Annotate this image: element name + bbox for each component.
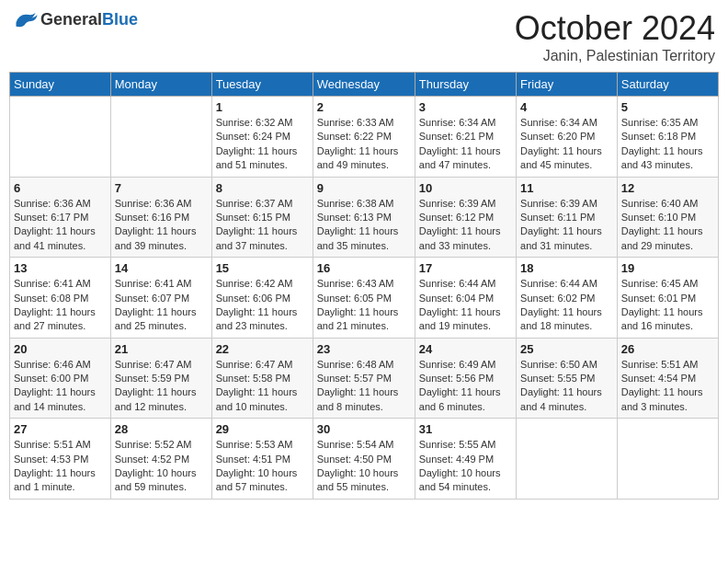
day-info: Sunrise: 6:39 AM Sunset: 6:11 PM Dayligh…	[520, 197, 613, 254]
day-number: 15	[216, 261, 309, 275]
day-info: Sunrise: 6:47 AM Sunset: 5:59 PM Dayligh…	[115, 358, 208, 415]
table-row: 4Sunrise: 6:34 AM Sunset: 6:20 PM Daylig…	[517, 97, 618, 178]
day-info: Sunrise: 6:48 AM Sunset: 5:57 PM Dayligh…	[317, 358, 411, 415]
table-row: 7Sunrise: 6:36 AM Sunset: 6:16 PM Daylig…	[110, 177, 211, 258]
table-row: 25Sunrise: 6:50 AM Sunset: 5:55 PM Dayli…	[517, 338, 618, 419]
table-row: 27Sunrise: 5:51 AM Sunset: 4:53 PM Dayli…	[10, 419, 111, 500]
day-info: Sunrise: 6:45 AM Sunset: 6:01 PM Dayligh…	[621, 277, 714, 334]
table-row: 1Sunrise: 6:32 AM Sunset: 6:24 PM Daylig…	[211, 97, 313, 178]
day-number: 4	[520, 100, 613, 114]
table-row	[10, 97, 111, 178]
location-title: Janin, Palestinian Territory	[515, 48, 715, 64]
table-row	[517, 419, 618, 500]
logo-general-text: General	[40, 10, 102, 29]
table-row: 31Sunrise: 5:55 AM Sunset: 4:49 PM Dayli…	[415, 419, 516, 500]
calendar-week-1: 1Sunrise: 6:32 AM Sunset: 6:24 PM Daylig…	[10, 97, 719, 178]
day-number: 19	[621, 261, 714, 275]
day-info: Sunrise: 6:34 AM Sunset: 6:21 PM Dayligh…	[419, 116, 512, 173]
day-number: 12	[621, 181, 714, 195]
day-info: Sunrise: 5:53 AM Sunset: 4:51 PM Dayligh…	[216, 438, 309, 495]
table-row: 29Sunrise: 5:53 AM Sunset: 4:51 PM Dayli…	[211, 419, 313, 500]
table-row: 14Sunrise: 6:41 AM Sunset: 6:07 PM Dayli…	[110, 258, 211, 339]
day-number: 13	[14, 261, 107, 275]
day-number: 14	[115, 261, 208, 275]
day-info: Sunrise: 6:42 AM Sunset: 6:06 PM Dayligh…	[216, 277, 309, 334]
calendar-table: SundayMondayTuesdayWednesdayThursdayFrid…	[9, 72, 719, 500]
day-number: 30	[317, 422, 411, 436]
day-number: 24	[419, 342, 512, 356]
day-header-saturday: Saturday	[617, 73, 718, 97]
table-row: 23Sunrise: 6:48 AM Sunset: 5:57 PM Dayli…	[313, 338, 415, 419]
logo: GeneralBlue	[13, 9, 138, 29]
day-number: 5	[621, 100, 714, 114]
logo-blue-text: Blue	[102, 10, 138, 29]
table-row	[617, 419, 718, 500]
table-row: 22Sunrise: 6:47 AM Sunset: 5:58 PM Dayli…	[211, 338, 313, 419]
day-info: Sunrise: 6:39 AM Sunset: 6:12 PM Dayligh…	[419, 197, 512, 254]
day-info: Sunrise: 6:37 AM Sunset: 6:15 PM Dayligh…	[216, 197, 309, 254]
calendar-body: 1Sunrise: 6:32 AM Sunset: 6:24 PM Daylig…	[10, 97, 719, 500]
day-number: 21	[115, 342, 208, 356]
calendar-week-2: 6Sunrise: 6:36 AM Sunset: 6:17 PM Daylig…	[10, 177, 719, 258]
day-header-thursday: Thursday	[415, 73, 516, 97]
logo-bird-icon	[13, 9, 39, 29]
day-number: 20	[14, 342, 107, 356]
day-number: 17	[419, 261, 512, 275]
table-row: 11Sunrise: 6:39 AM Sunset: 6:11 PM Dayli…	[517, 177, 618, 258]
day-info: Sunrise: 6:40 AM Sunset: 6:10 PM Dayligh…	[621, 197, 714, 254]
page-header: GeneralBlue October 2024 Janin, Palestin…	[9, 9, 719, 64]
day-info: Sunrise: 6:44 AM Sunset: 6:02 PM Dayligh…	[520, 277, 613, 334]
day-info: Sunrise: 6:34 AM Sunset: 6:20 PM Dayligh…	[520, 116, 613, 173]
title-area: October 2024 Janin, Palestinian Territor…	[515, 9, 715, 64]
day-number: 25	[520, 342, 613, 356]
day-info: Sunrise: 6:33 AM Sunset: 6:22 PM Dayligh…	[317, 116, 411, 173]
day-info: Sunrise: 6:47 AM Sunset: 5:58 PM Dayligh…	[216, 358, 309, 415]
day-number: 9	[317, 181, 411, 195]
table-row: 6Sunrise: 6:36 AM Sunset: 6:17 PM Daylig…	[10, 177, 111, 258]
day-number: 16	[317, 261, 411, 275]
day-number: 22	[216, 342, 309, 356]
day-number: 6	[14, 181, 107, 195]
day-info: Sunrise: 6:50 AM Sunset: 5:55 PM Dayligh…	[520, 358, 613, 415]
day-info: Sunrise: 6:43 AM Sunset: 6:05 PM Dayligh…	[317, 277, 411, 334]
day-number: 26	[621, 342, 714, 356]
day-number: 31	[419, 422, 512, 436]
day-header-tuesday: Tuesday	[211, 73, 313, 97]
table-row: 12Sunrise: 6:40 AM Sunset: 6:10 PM Dayli…	[617, 177, 718, 258]
table-row: 16Sunrise: 6:43 AM Sunset: 6:05 PM Dayli…	[313, 258, 415, 339]
table-row	[110, 97, 211, 178]
table-row: 26Sunrise: 5:51 AM Sunset: 4:54 PM Dayli…	[617, 338, 718, 419]
table-row: 5Sunrise: 6:35 AM Sunset: 6:18 PM Daylig…	[617, 97, 718, 178]
day-info: Sunrise: 6:36 AM Sunset: 6:17 PM Dayligh…	[14, 197, 107, 254]
table-row: 15Sunrise: 6:42 AM Sunset: 6:06 PM Dayli…	[211, 258, 313, 339]
day-info: Sunrise: 5:54 AM Sunset: 4:50 PM Dayligh…	[317, 438, 411, 495]
day-number: 11	[520, 181, 613, 195]
table-row: 24Sunrise: 6:49 AM Sunset: 5:56 PM Dayli…	[415, 338, 516, 419]
day-info: Sunrise: 6:41 AM Sunset: 6:08 PM Dayligh…	[14, 277, 107, 334]
day-header-friday: Friday	[517, 73, 618, 97]
day-header-sunday: Sunday	[10, 73, 111, 97]
table-row: 9Sunrise: 6:38 AM Sunset: 6:13 PM Daylig…	[313, 177, 415, 258]
table-row: 20Sunrise: 6:46 AM Sunset: 6:00 PM Dayli…	[10, 338, 111, 419]
day-number: 3	[419, 100, 512, 114]
table-row: 30Sunrise: 5:54 AM Sunset: 4:50 PM Dayli…	[313, 419, 415, 500]
table-row: 8Sunrise: 6:37 AM Sunset: 6:15 PM Daylig…	[211, 177, 313, 258]
day-number: 7	[115, 181, 208, 195]
day-info: Sunrise: 5:52 AM Sunset: 4:52 PM Dayligh…	[115, 438, 208, 495]
day-number: 18	[520, 261, 613, 275]
day-info: Sunrise: 6:41 AM Sunset: 6:07 PM Dayligh…	[115, 277, 208, 334]
day-info: Sunrise: 6:44 AM Sunset: 6:04 PM Dayligh…	[419, 277, 512, 334]
day-number: 29	[216, 422, 309, 436]
day-number: 27	[14, 422, 107, 436]
table-row: 21Sunrise: 6:47 AM Sunset: 5:59 PM Dayli…	[110, 338, 211, 419]
day-number: 28	[115, 422, 208, 436]
day-info: Sunrise: 5:51 AM Sunset: 4:54 PM Dayligh…	[621, 358, 714, 415]
day-info: Sunrise: 6:35 AM Sunset: 6:18 PM Dayligh…	[621, 116, 714, 173]
table-row: 13Sunrise: 6:41 AM Sunset: 6:08 PM Dayli…	[10, 258, 111, 339]
day-number: 1	[216, 100, 309, 114]
day-info: Sunrise: 5:55 AM Sunset: 4:49 PM Dayligh…	[419, 438, 512, 495]
table-row: 19Sunrise: 6:45 AM Sunset: 6:01 PM Dayli…	[617, 258, 718, 339]
day-info: Sunrise: 6:49 AM Sunset: 5:56 PM Dayligh…	[419, 358, 512, 415]
day-info: Sunrise: 6:46 AM Sunset: 6:00 PM Dayligh…	[14, 358, 107, 415]
day-number: 10	[419, 181, 512, 195]
